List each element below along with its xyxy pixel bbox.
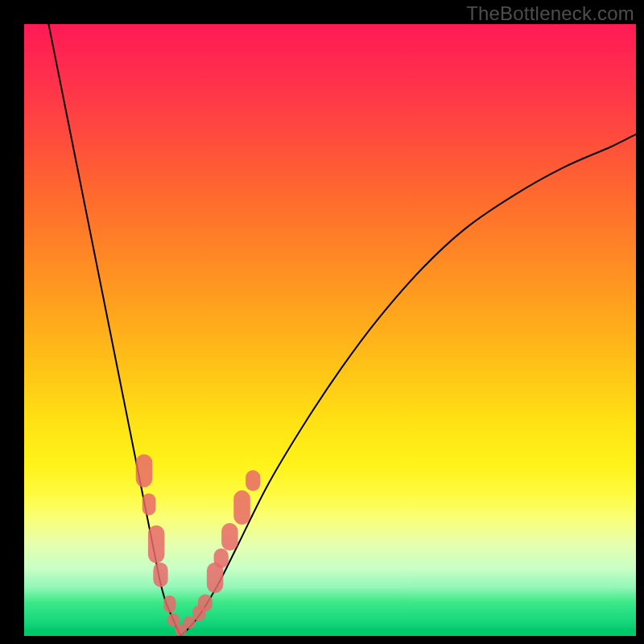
scatter-marker — [153, 563, 167, 587]
scatter-marker — [136, 454, 153, 487]
scatter-marker — [214, 548, 229, 568]
scatter-marker — [142, 493, 156, 515]
scatter-marker — [198, 594, 213, 611]
chart-frame: TheBottleneck.com — [0, 0, 644, 644]
watermark-text: TheBottleneck.com — [466, 2, 634, 25]
scatter-marker — [148, 525, 165, 563]
scatter-marker — [246, 470, 260, 491]
scatter-marker — [221, 523, 238, 551]
scatter-marker — [233, 490, 250, 525]
scatter-marker — [163, 596, 175, 613]
markers-layer — [24, 24, 636, 636]
